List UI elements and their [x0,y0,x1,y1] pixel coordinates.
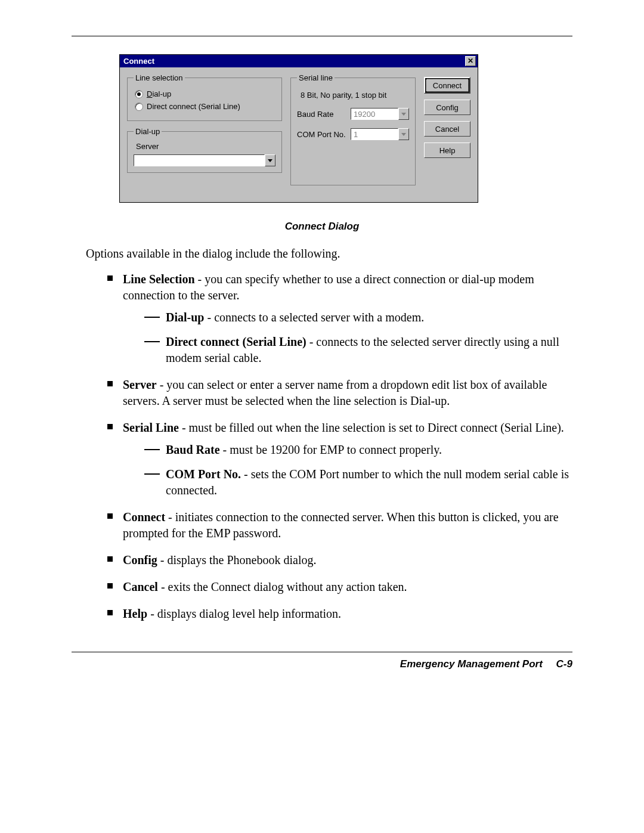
option-list: Line Selection - you can specify whether… [107,271,572,622]
intro-text: Options available in the dialog include … [86,247,572,261]
line-selection-group: Line selection Dial-up Direct connect (S… [127,73,282,121]
com-combo[interactable]: 1 [351,128,409,140]
lead: Dial-up [166,311,204,324]
dialup-legend: Dial-up [134,127,162,136]
lead: COM Port No. [166,467,241,481]
lead: Direct connect (Serial Line) [166,335,306,348]
help-button[interactable]: Help [424,143,470,158]
chevron-down-icon [401,113,406,116]
connect-button[interactable]: Connect [424,77,470,94]
lead: Connect [123,510,165,524]
subitem-dialup: Dial-up - connects to a selected server … [144,309,572,326]
server-dropdown-button[interactable] [265,154,275,166]
serial-group: Serial line 8 Bit, No parity, 1 stop bit… [290,73,416,185]
connect-dialog: Connect ✕ Line selection Dial-up Direct … [119,54,478,203]
rest: - must be 19200 for EMP to connect prope… [220,443,442,456]
footer-page: C-9 [556,658,572,670]
baud-combo[interactable]: 19200 [351,108,409,120]
subitem-direct: Direct connect (Serial Line) - connects … [144,334,572,366]
dialup-group: Dial-up Server [127,127,282,173]
com-input[interactable]: 1 [351,128,398,140]
button-column: Connect Config Cancel Help [424,73,470,191]
com-dropdown-button[interactable] [398,128,409,140]
lead: Help [123,607,147,620]
serial-info: 8 Bit, No parity, 1 stop bit [301,91,409,100]
com-label: COM Port No. [297,130,346,139]
rest: - you can select or enter a server name … [123,378,547,407]
subitem-com: COM Port No. - sets the COM Port number … [144,466,572,498]
item-cancel: Cancel - exits the Connect dialog withou… [107,579,572,595]
top-rule [72,36,572,36]
radio-direct[interactable]: Direct connect (Serial Line) [135,102,275,111]
lead: Cancel [123,580,158,593]
item-connect: Connect - initiates connection to the co… [107,509,572,541]
close-button[interactable]: ✕ [465,56,476,66]
middle-column: Serial line 8 Bit, No parity, 1 stop bit… [290,73,416,191]
config-button[interactable]: Config [424,100,470,115]
close-icon: ✕ [467,57,473,65]
baud-label: Baud Rate [297,110,346,119]
server-label: Server [136,142,275,151]
lead: Server [123,378,157,391]
dialog-title: Connect [123,57,154,66]
rest: - initiates connection to the connected … [123,510,559,540]
footer: Emergency Management Port C-9 [72,652,572,670]
item-serial-line: Serial Line - must be filled out when th… [107,420,572,498]
radio-dialup-label: Dial-up [147,89,171,98]
rest: - displays the Phonebook dialog. [157,553,317,566]
cancel-button[interactable]: Cancel [424,121,470,137]
item-server: Server - you can select or enter a serve… [107,377,572,409]
radio-direct-icon [135,103,143,111]
server-combo[interactable] [134,154,275,166]
item-config: Config - displays the Phonebook dialog. [107,552,572,568]
line-selection-legend: Line selection [134,73,185,82]
lead: Baud Rate [166,443,220,456]
rest: - exits the Connect dialog without any a… [158,580,407,593]
lead: Line Selection [123,272,195,286]
com-row: COM Port No. 1 [297,128,409,140]
lead: Config [123,553,157,566]
lead: Serial Line [123,421,179,434]
server-input[interactable] [134,154,265,166]
rest: - displays dialog level help information… [147,607,341,620]
titlebar: Connect ✕ [120,55,478,67]
chevron-down-icon [268,159,273,162]
rest: - must be filled out when the line selec… [179,421,564,434]
figure-caption: Connect Dialog [72,221,572,233]
dialog-body: Line selection Dial-up Direct connect (S… [120,67,478,202]
serial-legend: Serial line [297,73,335,82]
radio-dialup[interactable]: Dial-up [135,89,275,98]
sublist-serial: Baud Rate - must be 19200 for EMP to con… [144,442,572,498]
footer-section: Emergency Management Port [400,658,543,670]
left-column: Line selection Dial-up Direct connect (S… [127,73,282,191]
rest: - connects to a selected server with a m… [204,311,424,324]
baud-row: Baud Rate 19200 [297,108,409,120]
baud-dropdown-button[interactable] [398,108,409,120]
subitem-baud: Baud Rate - must be 19200 for EMP to con… [144,442,572,458]
radio-dialup-icon [135,90,143,98]
chevron-down-icon [401,133,406,136]
sublist-line-selection: Dial-up - connects to a selected server … [144,309,572,366]
item-line-selection: Line Selection - you can specify whether… [107,271,572,366]
radio-direct-label: Direct connect (Serial Line) [147,102,240,111]
item-help: Help - displays dialog level help inform… [107,606,572,622]
baud-input[interactable]: 19200 [351,108,398,120]
